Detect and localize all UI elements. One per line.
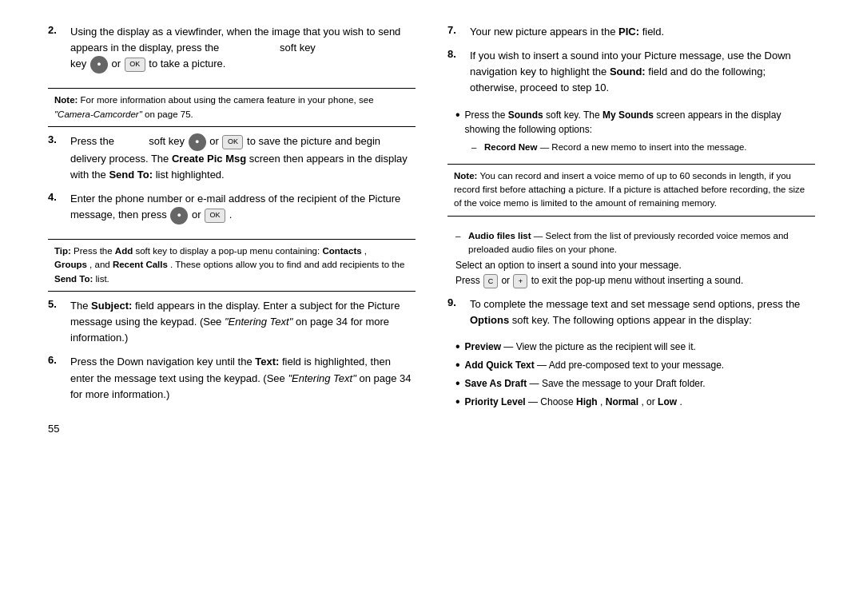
bullet-dot-addquick: • <box>455 359 460 372</box>
bullet-sounds-bold1: Sounds <box>508 109 543 121</box>
bullet-preview-content: Preview — View the picture as the recipi… <box>465 340 696 354</box>
col-right: 7. Your new picture appears in the PIC: … <box>447 24 815 592</box>
press-exit-pre: Press <box>455 275 480 286</box>
step-3-btn1: ● <box>189 133 206 151</box>
tip-box: Tip: Press the Add soft key to display a… <box>48 239 416 292</box>
step-2-or: or <box>111 58 121 70</box>
sub-record-content: Record New — Record a new memo to insert… <box>484 141 747 154</box>
tip-text5: list. <box>96 274 109 284</box>
press-exit-btn1: C <box>483 274 498 288</box>
tip-bold5: Send To: <box>54 274 93 284</box>
sub-record-text1: — Record a new memo to insert into the m… <box>540 142 747 152</box>
step-8: 8. If you wish to insert a sound into yo… <box>447 48 815 96</box>
sub-record-bold1: Record New <box>484 142 537 152</box>
note-box-2: Note: You can record and insert a voice … <box>447 164 815 217</box>
step-4-btn1: ● <box>170 207 188 225</box>
step-4-btn2: OK <box>205 209 225 223</box>
bullet-priority-bold1: Priority Level <box>465 396 526 407</box>
step-5-text-pre: The <box>70 300 88 312</box>
step-3-bold2: Send To: <box>109 169 153 181</box>
step-4-num: 4. <box>48 191 64 203</box>
step-6-bold1: Text: <box>255 356 279 368</box>
press-exit-post: to exit the pop-up menu without insertin… <box>531 275 744 286</box>
columns: 2. Using the display as a viewfinder, wh… <box>48 24 815 592</box>
audio-bold1: Audio files list <box>468 231 531 240</box>
bullet-saveas: • Save As Draft — Save the message to yo… <box>455 376 815 391</box>
step-3: 3. Press the soft key ● or OK to save th… <box>48 133 416 183</box>
bullet-priority: • Priority Level — Choose High , Normal … <box>455 395 815 409</box>
step-4-text: Enter the phone number or e-mail address… <box>70 193 400 221</box>
bullet-saveas-bold1: Save As Draft <box>465 378 527 389</box>
step-6-num: 6. <box>48 354 64 366</box>
step-7-content: Your new picture appears in the PIC: fie… <box>470 24 815 40</box>
step-4-or: or <box>192 209 201 221</box>
step-9-bullets: • Preview — View the picture as the reci… <box>455 340 815 413</box>
step-4-content: Enter the phone number or e-mail address… <box>70 191 416 225</box>
bullet-sounds-bold2: My Sounds <box>603 109 654 121</box>
step-9-num: 9. <box>447 296 463 308</box>
step-3-btn2: OK <box>222 135 243 149</box>
step-2-key-label: key <box>70 58 89 70</box>
tip-bold2: Contacts <box>322 246 361 256</box>
press-exit: Press C or + to exit the pop-up menu wit… <box>455 274 815 288</box>
bullet-priority-text4: . <box>679 396 682 407</box>
step-2-text4: to take a picture. <box>149 58 225 70</box>
step-5-bold1: Subject: <box>91 300 132 312</box>
step-2-softkey: soft key <box>280 42 316 54</box>
note-2-label: Note: <box>454 171 477 181</box>
tip-label: Tip: <box>54 246 71 256</box>
step-8-bold1: Sound: <box>610 66 646 77</box>
bullet-priority-bold2: High <box>576 396 598 407</box>
step-2-btn2: OK <box>125 58 145 72</box>
bullet-preview-text1: — View the picture as the recipient will… <box>503 341 696 352</box>
bullet-sounds-content: Press the Sounds soft key. The My Sounds… <box>465 108 815 137</box>
bullet-priority-text3: , or <box>641 396 654 407</box>
step-2: 2. Using the display as a viewfinder, wh… <box>48 24 416 74</box>
bullet-list-1: • Press the Sounds soft key. The My Soun… <box>455 108 815 157</box>
step-7-num: 7. <box>447 24 463 36</box>
bullet-addquick: • Add Quick Text — Add pre-composed text… <box>455 358 815 372</box>
tip-bold3: Groups <box>54 260 87 269</box>
bullet-priority-bold4: Low <box>658 396 677 407</box>
step-8-content: If you wish to insert a sound into your … <box>470 48 815 96</box>
step-9-text1: To complete the message text and set mes… <box>470 298 800 310</box>
step-9-content: To complete the message text and set mes… <box>470 296 815 328</box>
bullet-addquick-content: Add Quick Text — Add pre-composed text t… <box>465 358 725 372</box>
step-4: 4. Enter the phone number or e-mail addr… <box>48 191 416 225</box>
tip-bold1: Add <box>115 246 133 256</box>
tip-text-pre: Press the <box>74 246 113 256</box>
col-left: 2. Using the display as a viewfinder, wh… <box>48 24 416 592</box>
tip-text2: , <box>364 246 367 256</box>
step-7: 7. Your new picture appears in the PIC: … <box>447 24 815 40</box>
bullet-dot-saveas: • <box>455 377 460 390</box>
step-2-content: Using the display as a viewfinder, when … <box>70 24 416 74</box>
press-exit-or: or <box>501 275 510 286</box>
bullet-priority-text2: , <box>600 396 603 407</box>
step-3-softkey: soft key <box>149 135 185 147</box>
page-number: 55 <box>48 419 416 435</box>
step-8-num: 8. <box>447 48 463 60</box>
note-1-label: Note: <box>54 95 78 105</box>
step-3-text-end: list highlighted. <box>156 169 225 181</box>
tip-text3: , and <box>89 260 110 269</box>
step-2-text: Using the display as a viewfinder, when … <box>70 26 400 54</box>
step-2-btn1: ● <box>90 56 108 74</box>
step-9-text2: soft key. The following options appear i… <box>512 314 752 326</box>
step-7-text-pre: Your new picture appears in the <box>470 26 615 38</box>
step-5-italic1: "Entering Text" <box>225 316 292 328</box>
note-1-text2: on page 75. <box>145 109 193 119</box>
note-1-italic: "Camera-Camcorder" <box>54 109 142 119</box>
step-5: 5. The Subject: field appears in the dis… <box>48 298 416 346</box>
step-3-num: 3. <box>48 133 64 145</box>
bullet-addquick-bold1: Add Quick Text <box>465 360 535 371</box>
bullet-saveas-text1: — Save the message to your Draft folder. <box>530 378 706 389</box>
bullet-priority-bold3: Normal <box>606 396 638 407</box>
step-4-period: . <box>229 209 233 221</box>
sub-dash-1: – <box>471 141 479 154</box>
bullet-preview-bold1: Preview <box>465 341 501 352</box>
step-9-bold1: Options <box>470 314 509 326</box>
step-6-content: Press the Down navigation key until the … <box>70 354 416 402</box>
bullet-sounds-text1: soft key. The <box>546 109 600 121</box>
bullet-dot-1: • <box>455 109 460 121</box>
bullet-priority-text1: — Choose <box>528 396 574 407</box>
